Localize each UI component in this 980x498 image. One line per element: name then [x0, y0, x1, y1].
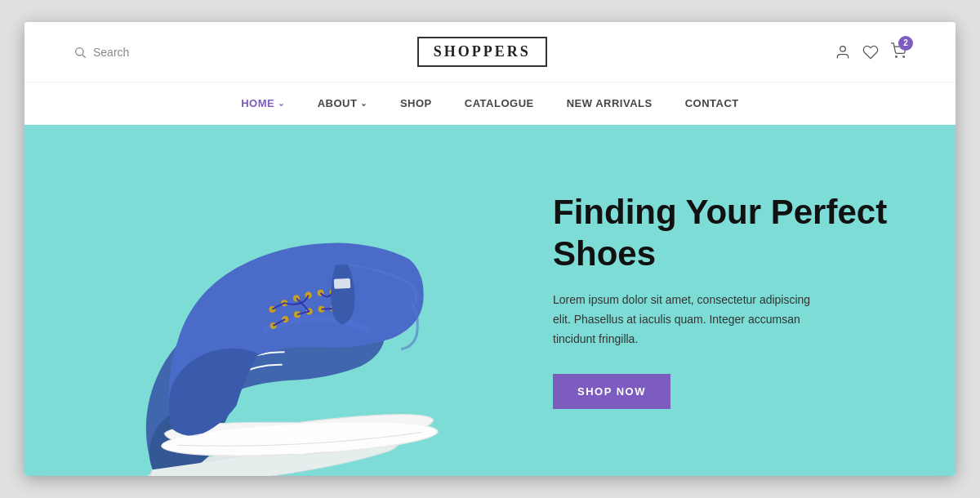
wishlist-icon-button[interactable]: [862, 44, 879, 60]
header: Search SHOPPERS 2: [24, 22, 956, 82]
svg-point-2: [840, 46, 846, 51]
search-icon: [74, 46, 87, 59]
navigation: HOME ⌄ ABOUT ⌄ SHOP CATALOGUE NEW ARRIVA…: [24, 82, 956, 125]
nav-item-about[interactable]: ABOUT ⌄: [318, 97, 368, 109]
nav-item-shop[interactable]: SHOP: [400, 97, 432, 109]
shoe-svg: [101, 149, 493, 476]
svg-rect-19: [333, 278, 350, 289]
svg-point-3: [896, 56, 898, 57]
hero-title: Finding Your Perfect Shoes: [553, 192, 906, 274]
shoe-image: [101, 149, 493, 476]
svg-line-1: [82, 55, 86, 58]
user-icon: [835, 44, 851, 60]
search-label: Search: [93, 46, 129, 59]
header-icons: 2: [835, 42, 906, 62]
user-icon-button[interactable]: [835, 44, 851, 60]
nav-item-home[interactable]: HOME ⌄: [241, 97, 285, 109]
cart-button[interactable]: 2: [890, 42, 906, 62]
svg-point-0: [76, 47, 83, 55]
svg-point-4: [903, 56, 905, 57]
browser-window: Search SHOPPERS 2: [24, 22, 956, 476]
hero-content: Finding Your Perfect Shoes Lorem ipsum d…: [537, 159, 956, 441]
nav-item-catalogue[interactable]: CATALOGUE: [465, 97, 534, 109]
chevron-down-icon: ⌄: [360, 99, 368, 108]
chevron-down-icon: ⌄: [278, 99, 285, 108]
logo[interactable]: SHOPPERS: [417, 37, 547, 67]
search-bar[interactable]: Search: [74, 46, 129, 59]
hero-section: Finding Your Perfect Shoes Lorem ipsum d…: [24, 125, 956, 476]
nav-item-new-arrivals[interactable]: NEW ARRIVALS: [567, 97, 653, 109]
nav-item-contact[interactable]: CONTACT: [685, 97, 739, 109]
shop-now-button[interactable]: SHOP NOW: [553, 374, 670, 409]
cart-badge: 2: [898, 36, 913, 51]
hero-description: Lorem ipsum dolor sit amet, consectetur …: [553, 291, 831, 349]
hero-image-area: [24, 125, 537, 476]
heart-icon: [862, 44, 879, 60]
